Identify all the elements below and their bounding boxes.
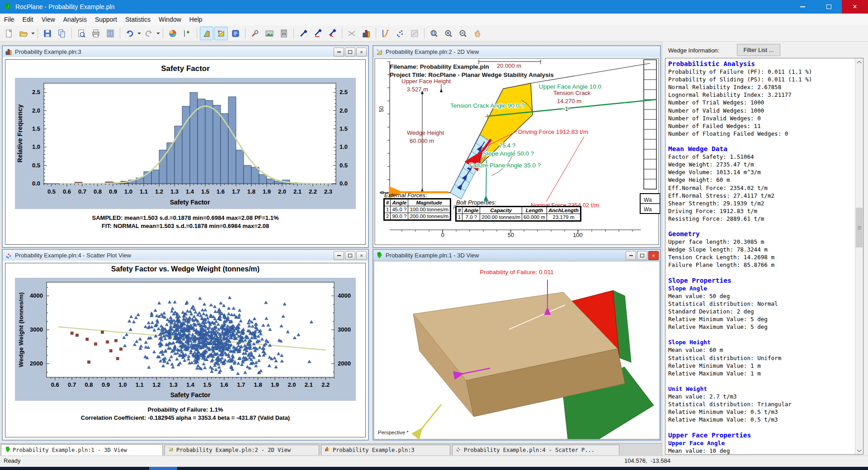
menu-statistics[interactable]: Statistics [121, 14, 155, 25]
minimize-button[interactable] [789, 0, 816, 14]
svg-text:1.9: 1.9 [271, 381, 279, 388]
external-forces-table: #AngleMagnitude145.0 ?100.00 tonnes/m290… [384, 199, 450, 220]
histogram-window-titlebar[interactable]: Probability Example.pln:3 × [3, 46, 368, 57]
info-line: Relative Minimum Value: 1 m [668, 362, 854, 370]
menu-support[interactable]: Support [91, 14, 121, 25]
menu-edit[interactable]: Edit [19, 14, 38, 25]
close-button[interactable]: × [842, 0, 868, 14]
scatter-correlation-footer: Correlation Coefficient: -0.182945 alpha… [3, 414, 368, 421]
toolbar-redo-button[interactable] [142, 27, 156, 40]
toolbar-delete-bolt-button[interactable] [311, 27, 325, 40]
toolbar-undo-dropdown[interactable] [137, 27, 142, 40]
info-line: Wedge Volume: 1013.14 m^3/m [668, 168, 854, 176]
wedge-view-icon [202, 29, 211, 38]
scatter-maximize-button[interactable] [345, 251, 355, 260]
maximize-button[interactable] [816, 0, 842, 14]
toolbar-print-button[interactable] [89, 27, 103, 40]
toolbar-zoom-in-button[interactable] [442, 27, 455, 40]
menu-window[interactable]: Window [155, 14, 185, 25]
toolbar-save-button[interactable] [41, 27, 54, 40]
toolbar-zoom-out-button[interactable] [456, 27, 470, 40]
info-gap [668, 423, 854, 431]
toolbar-page-setup-button[interactable] [104, 27, 117, 40]
filter-list-button[interactable]: Filter List ... [737, 44, 780, 56]
toolbar-cumulative-plot-button[interactable] [379, 27, 392, 40]
histogram-chart-title: Safety Factor [3, 64, 368, 73]
scatter-minimize-button[interactable] [334, 251, 344, 260]
toolbar-pan-button[interactable] [471, 27, 484, 40]
table-cell: 200.00 tonnes/m [408, 213, 450, 220]
menu-view[interactable]: View [38, 14, 59, 25]
menu-analysis[interactable]: Analysis [59, 14, 91, 25]
histogram-close-button[interactable]: × [356, 47, 367, 57]
tab-view-4[interactable]: Probability Example.pln:4 - Scatter P... [452, 445, 619, 455]
toolbar-redo-dropdown[interactable] [156, 27, 160, 40]
view3d-close-button[interactable]: × [648, 251, 659, 260]
tab-view-1[interactable]: Probability Example.pln:1 - 3D View [1, 444, 163, 456]
histogram-view[interactable]: Safety Factor 0.50.60.70.80.91.01.11.21.… [3, 57, 368, 247]
svg-text:4000: 4000 [338, 292, 351, 299]
view3d-maximize-button[interactable] [637, 251, 647, 260]
dim-wedge-height-value: 60.000 m [410, 138, 434, 144]
scrollbar-thumb[interactable] [856, 208, 863, 247]
toolbar-edit-bolt-button[interactable] [326, 27, 339, 40]
toolbar-undo-button[interactable] [123, 27, 137, 40]
scatter-view[interactable]: Safety Factor vs. Wedge Weight (tonnes/m… [3, 261, 368, 440]
toolbar-axes-button[interactable] [180, 27, 194, 40]
wedge-info-scrollbar[interactable] [855, 58, 863, 454]
toolbar-scatter-plot-button[interactable] [393, 27, 407, 40]
input-data-icon [250, 29, 259, 38]
view3d-view[interactable]: Probability of Failure: 0.011 Perspectiv… [373, 261, 660, 440]
label-upper-face-angle: Upper Face Angle 10.0 [539, 83, 601, 90]
view2d-window-titlebar[interactable]: Probability Example.pln:2 - 2D View [373, 46, 660, 57]
histogram-window: Probability Example.pln:3 × Safety Facto… [2, 45, 369, 248]
histogram-maximize-button[interactable] [345, 47, 355, 57]
info-line: Mean value: 50 deg [668, 292, 854, 300]
view3d-minimize-button[interactable] [626, 251, 636, 260]
toolbar-view-2d-button[interactable] [214, 27, 228, 40]
toolbar-info-viewer-button[interactable] [229, 27, 242, 40]
scatter-close-button[interactable]: × [356, 251, 367, 260]
table-cell: 100.00 tonnes/m [408, 206, 450, 213]
toolbar-input-data-button[interactable] [248, 27, 262, 40]
view3d-window-title: Probability Example.pln:1 - 3D View [386, 252, 479, 259]
histogram-minimize-button[interactable] [334, 47, 344, 57]
toolbar-copy-button[interactable] [55, 27, 69, 40]
svg-text:1.4: 1.4 [186, 381, 195, 388]
mdi-workspace: Probability Example.pln:3 × Safety Facto… [0, 42, 868, 456]
toolbar-zoom-window-button[interactable] [427, 27, 441, 40]
scatter-window-icon [5, 252, 12, 259]
toolbar-picture-button[interactable] [263, 27, 276, 40]
scatterplot-icon [455, 446, 462, 454]
table-row: 17.0 ?200.00 tonnes/m60.000 m23.179 m [457, 214, 580, 221]
view3d-window-titlebar[interactable]: Probability Example.pln:1 - 3D View × [373, 250, 660, 261]
toolbar-display-options-button[interactable] [166, 27, 179, 40]
menu-file[interactable]: File [0, 14, 19, 25]
scrollbar-up-arrow[interactable] [855, 58, 863, 66]
histogram-sampled-stats: SAMPLED: mean=1.503 s.d.=0.1878 min=0.69… [3, 214, 368, 221]
toolbar-separator [376, 28, 376, 39]
scatter-window-titlebar[interactable]: Probability Example.pln:4 - Scatter Plot… [3, 250, 368, 261]
info-line: Number of Trial Wedges: 1000 [668, 99, 854, 106]
wedge-information-text: Probabilistic AnalysisProbability of Fai… [668, 60, 854, 455]
toolbar-new-button[interactable] [2, 27, 16, 40]
wedge-information-textbox[interactable]: Probabilistic AnalysisProbability of Fai… [665, 58, 863, 455]
toolbar-open-button[interactable] [17, 27, 30, 40]
info-line: Number of Valid Wedges: 1000 [668, 107, 854, 114]
toolbar-no-plot-button[interactable] [345, 27, 359, 40]
scrollbar-down-arrow[interactable] [855, 446, 863, 454]
toolbar-print-preview-button[interactable] [75, 27, 88, 40]
toolbar-add-bolt-button[interactable] [297, 27, 310, 40]
tab-view-2[interactable]: Probability Example.pln:2 - 2D View [165, 445, 319, 455]
column-header: AnchLength [547, 207, 580, 214]
toolbar-wedge-view-button[interactable] [200, 27, 213, 40]
toolbar-sensitivity-plot-button[interactable] [408, 27, 421, 40]
toolbar-open-dropdown[interactable] [31, 27, 35, 40]
toolbar-histogram-plot-button[interactable] [359, 27, 373, 40]
menu-help[interactable]: Help [185, 14, 207, 25]
tab-view-3[interactable]: Probability Example.pln:3 [321, 445, 450, 455]
toolbar-separator [120, 28, 120, 39]
save-icon [43, 29, 52, 38]
view2d-view[interactable]: Filename: Probability Example.pln Projec… [373, 57, 660, 247]
toolbar-calculator-button[interactable] [277, 27, 291, 40]
